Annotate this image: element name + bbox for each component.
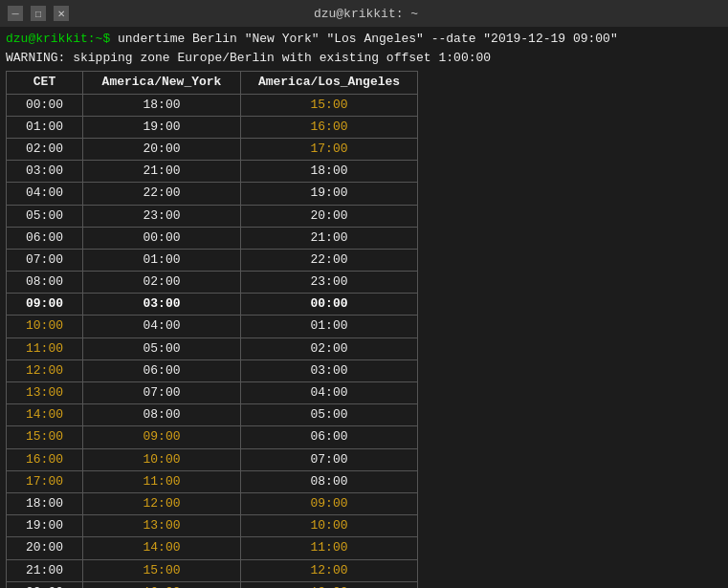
cell-ny: 09:00 bbox=[83, 426, 241, 448]
cell-cet: 09:00 bbox=[7, 294, 83, 316]
table-row: 17:0011:0008:00 bbox=[7, 470, 418, 492]
cell-ny: 03:00 bbox=[83, 294, 241, 316]
cell-la: 03:00 bbox=[241, 359, 418, 381]
table-row: 01:0019:0016:00 bbox=[7, 116, 418, 138]
time-table: CET America/New_York America/Los_Angeles… bbox=[6, 71, 418, 588]
cell-cet: 21:00 bbox=[7, 559, 83, 581]
table-header-row: CET America/New_York America/Los_Angeles bbox=[7, 72, 418, 94]
cell-cet: 13:00 bbox=[7, 382, 83, 404]
table-row: 05:0023:0020:00 bbox=[7, 205, 418, 227]
header-ny: America/New_York bbox=[83, 72, 241, 94]
cell-ny: 14:00 bbox=[83, 537, 241, 559]
cell-la: 10:00 bbox=[241, 515, 418, 537]
cell-cet: 16:00 bbox=[7, 448, 83, 470]
cell-la: 07:00 bbox=[241, 448, 418, 470]
cell-la: 16:00 bbox=[241, 116, 418, 138]
maximize-button[interactable]: □ bbox=[31, 6, 46, 21]
cell-ny: 01:00 bbox=[83, 249, 241, 271]
terminal-window: ─ □ ✕ dzu@krikkit: ~ dzu@krikkit:~$ unde… bbox=[0, 0, 728, 588]
cell-cet: 02:00 bbox=[7, 138, 83, 160]
cell-ny: 15:00 bbox=[83, 559, 241, 581]
table-row: 20:0014:0011:00 bbox=[7, 537, 418, 559]
table-row: 00:0018:0015:00 bbox=[7, 94, 418, 116]
cell-la: 09:00 bbox=[241, 492, 418, 514]
table-row: 08:0002:0023:00 bbox=[7, 272, 418, 294]
header-cet: CET bbox=[7, 72, 83, 94]
cell-ny: 19:00 bbox=[83, 116, 241, 138]
window-title: dzu@krikkit: ~ bbox=[314, 7, 418, 21]
cell-la: 00:00 bbox=[241, 294, 418, 316]
user-prefix: dzu@krikkit:~$ bbox=[6, 32, 110, 46]
cell-la: 02:00 bbox=[241, 338, 418, 359]
cell-la: 18:00 bbox=[241, 161, 418, 183]
command-line: dzu@krikkit:~$ undertime Berlin "New Yor… bbox=[6, 31, 722, 48]
table-row: 03:0021:0018:00 bbox=[7, 161, 418, 183]
time-table-container: CET America/New_York America/Los_Angeles… bbox=[6, 71, 722, 588]
cell-la: 19:00 bbox=[241, 183, 418, 205]
table-row: 07:0001:0022:00 bbox=[7, 249, 418, 271]
table-row: 21:0015:0012:00 bbox=[7, 559, 418, 581]
cell-la: 11:00 bbox=[241, 537, 418, 559]
cell-ny: 05:00 bbox=[83, 338, 241, 359]
table-row: 14:0008:0005:00 bbox=[7, 404, 418, 426]
cell-cet: 01:00 bbox=[7, 116, 83, 138]
command-text: undertime Berlin "New York" "Los Angeles… bbox=[110, 32, 618, 46]
terminal-body[interactable]: dzu@krikkit:~$ undertime Berlin "New Yor… bbox=[0, 27, 728, 588]
cell-la: 01:00 bbox=[241, 316, 418, 338]
cell-la: 21:00 bbox=[241, 227, 418, 249]
cell-la: 17:00 bbox=[241, 138, 418, 160]
warning-line: WARNING: skipping zone Europe/Berlin wit… bbox=[6, 50, 722, 67]
cell-la: 05:00 bbox=[241, 404, 418, 426]
cell-ny: 12:00 bbox=[83, 492, 241, 514]
cell-la: 20:00 bbox=[241, 205, 418, 227]
table-row: 13:0007:0004:00 bbox=[7, 382, 418, 404]
cell-cet: 20:00 bbox=[7, 537, 83, 559]
cell-la: 22:00 bbox=[241, 249, 418, 271]
cell-ny: 11:00 bbox=[83, 470, 241, 492]
cell-ny: 06:00 bbox=[83, 359, 241, 381]
cell-la: 15:00 bbox=[241, 94, 418, 116]
cell-ny: 10:00 bbox=[83, 448, 241, 470]
cell-la: 13:00 bbox=[241, 581, 418, 588]
table-row: 02:0020:0017:00 bbox=[7, 138, 418, 160]
table-row: 15:0009:0006:00 bbox=[7, 426, 418, 448]
minimize-button[interactable]: ─ bbox=[8, 6, 23, 21]
cell-cet: 04:00 bbox=[7, 183, 83, 205]
cell-ny: 00:00 bbox=[83, 227, 241, 249]
cell-cet: 17:00 bbox=[7, 470, 83, 492]
cell-ny: 08:00 bbox=[83, 404, 241, 426]
table-row: 22:0016:0013:00 bbox=[7, 581, 418, 588]
cell-ny: 23:00 bbox=[83, 205, 241, 227]
cell-ny: 20:00 bbox=[83, 138, 241, 160]
cell-ny: 22:00 bbox=[83, 183, 241, 205]
cell-cet: 15:00 bbox=[7, 426, 83, 448]
cell-ny: 18:00 bbox=[83, 94, 241, 116]
cell-cet: 18:00 bbox=[7, 492, 83, 514]
cell-ny: 21:00 bbox=[83, 161, 241, 183]
cell-cet: 10:00 bbox=[7, 316, 83, 338]
table-row: 09:0003:0000:00 bbox=[7, 294, 418, 316]
cell-cet: 22:00 bbox=[7, 581, 83, 588]
cell-ny: 16:00 bbox=[83, 581, 241, 588]
table-row: 19:0013:0010:00 bbox=[7, 515, 418, 537]
cell-cet: 07:00 bbox=[7, 249, 83, 271]
table-row: 06:0000:0021:00 bbox=[7, 227, 418, 249]
cell-ny: 07:00 bbox=[83, 382, 241, 404]
table-row: 12:0006:0003:00 bbox=[7, 359, 418, 381]
cell-la: 12:00 bbox=[241, 559, 418, 581]
cell-cet: 05:00 bbox=[7, 205, 83, 227]
title-bar: ─ □ ✕ dzu@krikkit: ~ bbox=[0, 0, 728, 27]
cell-cet: 12:00 bbox=[7, 359, 83, 381]
table-row: 16:0010:0007:00 bbox=[7, 448, 418, 470]
table-row: 04:0022:0019:00 bbox=[7, 183, 418, 205]
table-row: 10:0004:0001:00 bbox=[7, 316, 418, 338]
cell-ny: 02:00 bbox=[83, 272, 241, 294]
cell-la: 06:00 bbox=[241, 426, 418, 448]
cell-cet: 11:00 bbox=[7, 338, 83, 359]
window-controls: ─ □ ✕ bbox=[8, 6, 69, 21]
header-la: America/Los_Angeles bbox=[241, 72, 418, 94]
cell-cet: 19:00 bbox=[7, 515, 83, 537]
cell-cet: 03:00 bbox=[7, 161, 83, 183]
cell-cet: 00:00 bbox=[7, 94, 83, 116]
close-button[interactable]: ✕ bbox=[54, 6, 69, 21]
